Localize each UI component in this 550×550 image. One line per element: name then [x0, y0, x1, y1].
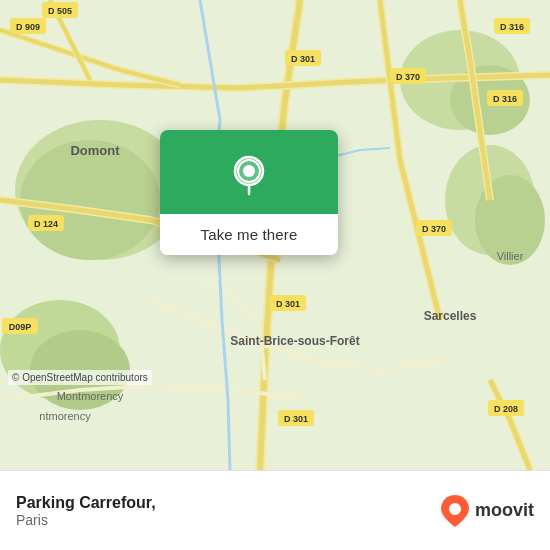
svg-text:D 370: D 370: [396, 72, 420, 82]
svg-text:ntmorency: ntmorency: [39, 410, 91, 422]
bottom-bar: Parking Carrefour, Paris moovit: [0, 470, 550, 550]
svg-text:D 124: D 124: [34, 219, 58, 229]
svg-text:D 301: D 301: [276, 299, 300, 309]
map-attribution: © OpenStreetMap contributors: [8, 370, 152, 385]
take-me-there-button[interactable]: Take me there: [160, 214, 338, 255]
svg-text:D 316: D 316: [493, 94, 517, 104]
svg-text:D 301: D 301: [291, 54, 315, 64]
svg-text:Domont: Domont: [70, 143, 120, 158]
svg-text:Sarcelles: Sarcelles: [424, 309, 477, 323]
map-area: D 909 D 505 D 301 D 301 D 301 D 370 D 37…: [0, 0, 550, 470]
svg-text:D 909: D 909: [16, 22, 40, 32]
svg-text:D09P: D09P: [9, 322, 32, 332]
svg-text:Villier: Villier: [497, 250, 524, 262]
svg-text:Saint-Brice-sous-Forêt: Saint-Brice-sous-Forêt: [230, 334, 359, 348]
moovit-logo: moovit: [439, 493, 534, 529]
svg-point-2: [20, 140, 160, 260]
svg-point-42: [449, 503, 461, 515]
place-city: Paris: [16, 512, 156, 528]
svg-text:D 316: D 316: [500, 22, 524, 32]
svg-text:D 505: D 505: [48, 6, 72, 16]
location-pin-icon: [227, 152, 271, 196]
place-info: Parking Carrefour, Paris: [16, 494, 156, 528]
moovit-pin-icon: [439, 493, 471, 529]
popup-header: [160, 130, 338, 214]
svg-text:D 208: D 208: [494, 404, 518, 414]
svg-text:D 301: D 301: [284, 414, 308, 424]
svg-text:D 370: D 370: [422, 224, 446, 234]
moovit-brand-text: moovit: [475, 500, 534, 521]
svg-point-40: [243, 165, 255, 177]
popup-card: Take me there: [160, 130, 338, 255]
place-name: Parking Carrefour,: [16, 494, 156, 512]
svg-text:Montmorency: Montmorency: [57, 390, 124, 402]
